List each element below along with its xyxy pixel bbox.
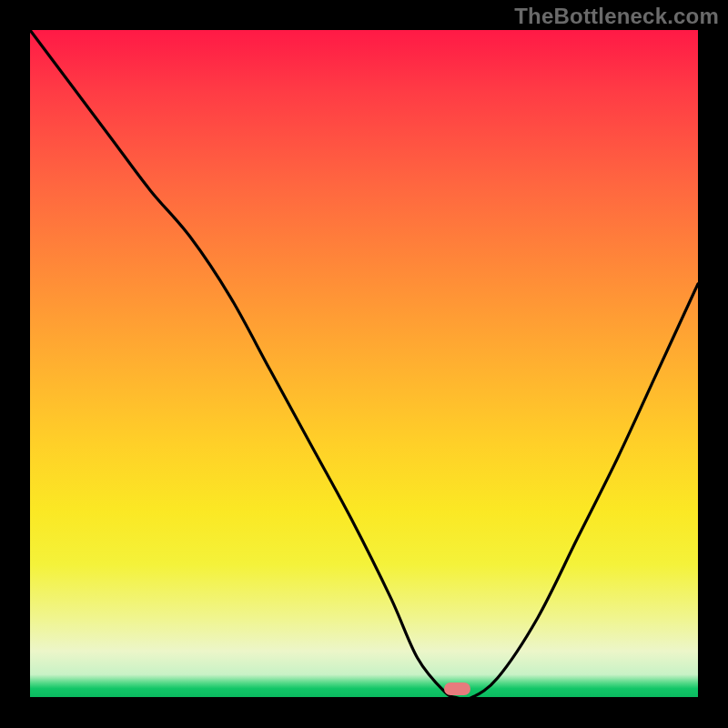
- watermark-text: TheBottleneck.com: [514, 4, 719, 29]
- plot-area: [30, 30, 698, 698]
- bottleneck-marker: [444, 682, 470, 695]
- line-curve: [30, 30, 698, 698]
- x-axis-line: [30, 697, 698, 700]
- chart-frame: TheBottleneck.com: [0, 0, 728, 728]
